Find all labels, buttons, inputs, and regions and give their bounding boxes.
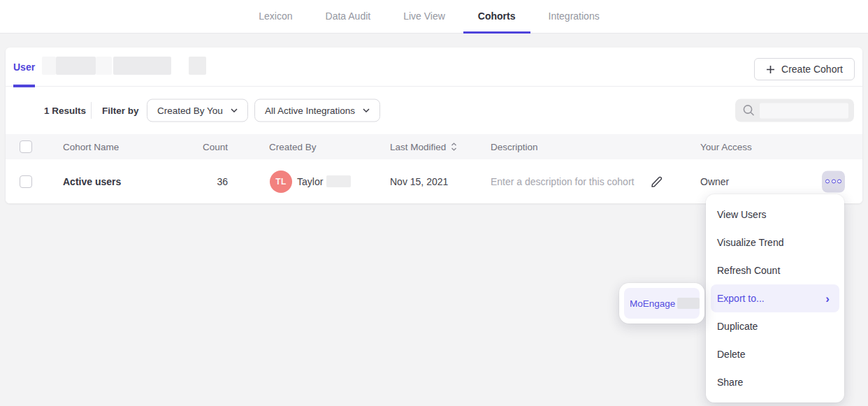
- page-background: User Create Cohort 1 Results Filter by: [0, 34, 868, 406]
- integrations-filter-label: All Active Integrations: [265, 106, 355, 116]
- redacted-tab: [96, 57, 112, 75]
- cohort-name[interactable]: Active users: [63, 176, 121, 187]
- create-cohort-button[interactable]: Create Cohort: [754, 58, 855, 80]
- submenu-item-moengage-label: MoEngage: [630, 298, 675, 309]
- column-your-access[interactable]: Your Access: [700, 142, 752, 152]
- created-by-filter-dropdown[interactable]: Created By You: [147, 99, 248, 122]
- column-cohort-name[interactable]: Cohort Name: [63, 142, 119, 152]
- search-input[interactable]: [735, 99, 854, 122]
- tab-cohorts[interactable]: Cohorts: [463, 0, 530, 34]
- panel-tab-strip: User Create Cohort: [6, 48, 862, 87]
- redacted-tab: [113, 57, 171, 75]
- redacted-tab: [56, 57, 96, 75]
- row-checkbox[interactable]: [20, 175, 32, 188]
- sort-icon: [451, 143, 457, 152]
- more-options-icon: [837, 180, 841, 184]
- column-created-by[interactable]: Created By: [269, 142, 317, 152]
- nav-tabs: Lexicon Data Audit Live View Cohorts Int…: [0, 0, 863, 34]
- menu-item-duplicate[interactable]: Duplicate: [706, 312, 844, 340]
- menu-item-view-users[interactable]: View Users: [706, 201, 844, 229]
- tab-user[interactable]: User: [13, 48, 35, 87]
- export-submenu: MoEngage: [619, 283, 704, 324]
- top-nav: Lexicon Data Audit Live View Cohorts Int…: [0, 0, 868, 34]
- redacted-search-text: [760, 103, 848, 118]
- divider: [91, 102, 92, 119]
- chevron-down-icon: [231, 108, 238, 113]
- created-by-name: Taylor: [297, 176, 323, 187]
- created-by-filter-label: Created By You: [157, 106, 223, 116]
- redacted-tab: [189, 57, 206, 75]
- pencil-icon[interactable]: [649, 174, 664, 189]
- description-placeholder[interactable]: Enter a description for this cohort: [491, 176, 634, 187]
- last-modified-date: Nov 15, 2021: [390, 176, 448, 187]
- redacted-integration-suffix: [677, 298, 700, 309]
- create-cohort-label: Create Cohort: [781, 64, 843, 75]
- avatar: TL: [270, 171, 292, 193]
- tab-lexicon[interactable]: Lexicon: [244, 0, 307, 34]
- plus-icon: [766, 65, 775, 74]
- column-last-modified-label: Last Modified: [390, 142, 446, 152]
- more-options-button[interactable]: [822, 171, 845, 192]
- search-icon: [742, 104, 755, 117]
- column-last-modified[interactable]: Last Modified: [390, 142, 457, 152]
- filter-bar: 1 Results Filter by Created By You All A…: [6, 87, 862, 134]
- results-count: 1 Results: [44, 106, 86, 116]
- tab-integrations[interactable]: Integrations: [534, 0, 614, 34]
- table-header: Cohort Name Count Created By Last Modifi…: [6, 134, 862, 159]
- more-options-icon: [825, 180, 830, 184]
- more-options-icon: [832, 180, 836, 184]
- chevron-right-icon: ›: [825, 293, 830, 305]
- screen: Lexicon Data Audit Live View Cohorts Int…: [0, 0, 868, 406]
- menu-item-export-to-label: Export to...: [717, 293, 765, 304]
- redacted-surname: [326, 175, 351, 187]
- menu-item-visualize-trend[interactable]: Visualize Trend: [706, 229, 844, 256]
- column-count[interactable]: Count: [194, 142, 228, 152]
- access-value: Owner: [700, 176, 729, 187]
- submenu-item-moengage[interactable]: MoEngage: [624, 288, 700, 319]
- menu-item-share[interactable]: Share: [706, 368, 844, 396]
- menu-item-refresh-count[interactable]: Refresh Count: [706, 256, 844, 284]
- cohorts-panel: User Create Cohort 1 Results Filter by: [6, 48, 862, 203]
- cohort-count: 36: [194, 176, 228, 187]
- tab-data-audit[interactable]: Data Audit: [311, 0, 386, 34]
- column-description[interactable]: Description: [491, 142, 538, 152]
- filter-by-label: Filter by: [102, 106, 139, 116]
- redacted-tab: [42, 57, 56, 75]
- tab-live-view[interactable]: Live View: [389, 0, 460, 34]
- cohort-context-menu: View Users Visualize Trend Refresh Count…: [706, 194, 844, 403]
- select-all-checkbox[interactable]: [20, 140, 32, 153]
- chevron-down-icon: [363, 108, 370, 113]
- menu-item-delete[interactable]: Delete: [706, 340, 844, 368]
- integrations-filter-dropdown[interactable]: All Active Integrations: [254, 99, 380, 122]
- menu-item-export-to[interactable]: Export to... ›: [711, 284, 839, 312]
